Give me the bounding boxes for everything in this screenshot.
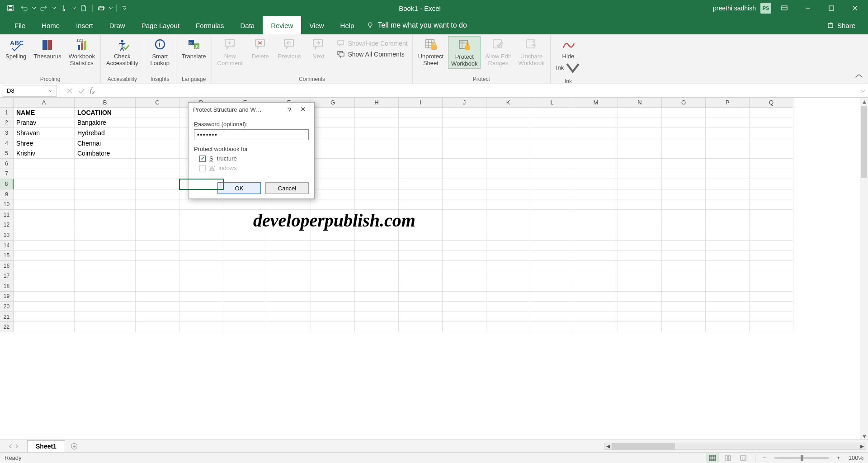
cell[interactable]: Chennai: [75, 138, 136, 149]
cell[interactable]: [75, 210, 136, 220]
cell[interactable]: [14, 230, 75, 241]
open-icon[interactable]: [95, 3, 107, 14]
cell[interactable]: [662, 210, 706, 220]
cell[interactable]: [486, 108, 530, 118]
cell[interactable]: [311, 148, 355, 159]
cell[interactable]: [706, 210, 750, 220]
cell[interactable]: [14, 210, 75, 220]
row-header[interactable]: 14: [0, 241, 14, 251]
cancel-icon[interactable]: [66, 88, 73, 94]
cell[interactable]: [355, 312, 399, 322]
cell[interactable]: [574, 261, 618, 271]
cell[interactable]: [14, 189, 75, 200]
cell[interactable]: [399, 292, 443, 302]
cell[interactable]: [355, 241, 399, 251]
cell[interactable]: [223, 322, 267, 332]
cell[interactable]: [267, 220, 311, 231]
cell[interactable]: [179, 179, 223, 189]
cell[interactable]: [355, 230, 399, 241]
cell[interactable]: [267, 138, 311, 149]
cell[interactable]: [574, 241, 618, 251]
cell[interactable]: [486, 230, 530, 241]
cell[interactable]: [136, 322, 179, 332]
cell[interactable]: Hydrebad: [75, 128, 136, 138]
cell[interactable]: [223, 250, 267, 261]
cell[interactable]: [399, 250, 443, 261]
cell[interactable]: [750, 281, 793, 292]
cell[interactable]: [574, 230, 618, 241]
minimize-icon[interactable]: [797, 0, 818, 16]
cell[interactable]: [530, 220, 574, 231]
column-header[interactable]: C: [136, 98, 179, 108]
cell[interactable]: [618, 169, 662, 180]
cell[interactable]: [179, 210, 223, 220]
select-all-corner[interactable]: [0, 98, 14, 108]
column-header[interactable]: E: [223, 98, 267, 108]
scroll-thumb[interactable]: [861, 106, 867, 178]
cell[interactable]: [662, 159, 706, 169]
formula-input[interactable]: [101, 85, 858, 97]
touch-mode-icon[interactable]: [58, 3, 70, 14]
cell[interactable]: [311, 271, 355, 282]
fx-icon[interactable]: fx: [90, 86, 94, 95]
cell[interactable]: [618, 199, 662, 210]
row-header[interactable]: 2: [0, 118, 14, 128]
cell[interactable]: [14, 322, 75, 332]
cell[interactable]: [750, 220, 793, 231]
cell[interactable]: [311, 128, 355, 138]
expand-formula-icon[interactable]: [858, 88, 868, 94]
cell[interactable]: [355, 189, 399, 200]
cell[interactable]: [706, 199, 750, 210]
thesaurus-button[interactable]: Thesaurus: [31, 36, 64, 68]
cell[interactable]: [267, 108, 311, 118]
row-header[interactable]: 18: [0, 281, 14, 292]
cell[interactable]: [706, 189, 750, 200]
name-box[interactable]: D8: [3, 85, 57, 97]
cell[interactable]: [399, 169, 443, 180]
cell[interactable]: [399, 261, 443, 271]
cell[interactable]: [662, 118, 706, 128]
cell[interactable]: [486, 261, 530, 271]
row-header[interactable]: 3: [0, 128, 14, 138]
cell[interactable]: [355, 118, 399, 128]
cell[interactable]: [662, 108, 706, 118]
cell[interactable]: [618, 250, 662, 261]
cell[interactable]: [750, 271, 793, 282]
cell[interactable]: [486, 210, 530, 220]
cell[interactable]: [443, 128, 486, 138]
cell[interactable]: [223, 292, 267, 302]
cell[interactable]: [14, 271, 75, 282]
cell[interactable]: [75, 302, 136, 312]
protect-workbook-button[interactable]: Protect Workbook: [448, 36, 481, 69]
cell[interactable]: [443, 210, 486, 220]
cell[interactable]: [443, 281, 486, 292]
row-header[interactable]: 21: [0, 312, 14, 322]
column-header[interactable]: D: [179, 98, 223, 108]
scroll-thumb[interactable]: [612, 443, 675, 449]
cell[interactable]: [355, 292, 399, 302]
cell[interactable]: [355, 322, 399, 332]
cell[interactable]: [136, 210, 179, 220]
open-dropdown-icon[interactable]: [109, 5, 113, 12]
cell[interactable]: [662, 138, 706, 149]
cell[interactable]: [311, 199, 355, 210]
cell[interactable]: [399, 230, 443, 241]
cell[interactable]: [706, 118, 750, 128]
close-icon[interactable]: [844, 0, 865, 16]
cell[interactable]: [706, 292, 750, 302]
cell[interactable]: [355, 210, 399, 220]
cell[interactable]: [574, 281, 618, 292]
unprotect-sheet-button[interactable]: Unprotect Sheet: [415, 36, 446, 69]
zoom-knob[interactable]: [801, 455, 803, 461]
page-layout-view-icon[interactable]: [722, 454, 734, 463]
cell[interactable]: [399, 159, 443, 169]
cell[interactable]: [267, 241, 311, 251]
cell[interactable]: LOCATIION: [75, 108, 136, 118]
show-hide-comment[interactable]: Show/Hide Comment: [335, 39, 409, 48]
smart-lookup-button[interactable]: i Smart Lookup: [147, 36, 173, 68]
cell[interactable]: [267, 128, 311, 138]
cell[interactable]: [750, 302, 793, 312]
column-header[interactable]: O: [662, 98, 706, 108]
check-accessibility-button[interactable]: Check Accessibility: [104, 36, 141, 68]
cell[interactable]: [355, 179, 399, 189]
